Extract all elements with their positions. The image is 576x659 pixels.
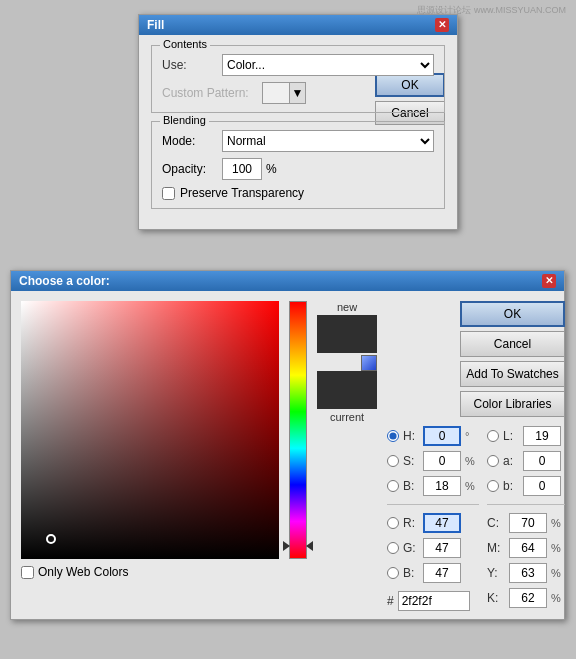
k-value-input[interactable] <box>509 588 547 608</box>
saturation-row: S: % <box>387 450 479 472</box>
color-cube-icon[interactable] <box>361 355 377 371</box>
hex-row: # <box>387 591 479 611</box>
color-ok-button[interactable]: OK <box>460 301 565 327</box>
b2-radio[interactable] <box>487 480 499 492</box>
only-web-colors-checkbox[interactable] <box>21 566 34 579</box>
color-fields: H: ° S: % B: <box>387 425 565 611</box>
hex-input[interactable] <box>398 591 470 611</box>
contents-group: Contents Use: Color... Custom Pattern: ▼ <box>151 45 445 113</box>
blending-label: Blending <box>160 114 209 126</box>
bri-field-label: B: <box>403 479 419 493</box>
l-value-input[interactable] <box>523 426 561 446</box>
pattern-dropdown-button[interactable]: ▼ <box>290 82 306 104</box>
color-close-button[interactable]: ✕ <box>542 274 556 288</box>
color-gradient-picker[interactable] <box>21 301 279 559</box>
new-label: new <box>337 301 357 313</box>
current-color-swatch <box>317 371 377 409</box>
divider-1 <box>387 504 479 505</box>
k-unit: % <box>551 592 565 604</box>
b2-field-label: b: <box>503 479 519 493</box>
red-radio[interactable] <box>387 517 399 529</box>
hue-arrow-left <box>283 541 290 551</box>
hue-radio[interactable] <box>387 430 399 442</box>
picker-circle[interactable] <box>46 534 56 544</box>
color-dialog-body: Only Web Colors new current OK Cancel <box>11 291 564 619</box>
saturation-value-input[interactable] <box>423 451 461 471</box>
l-row: L: <box>487 425 565 447</box>
hsb-fields: H: ° S: % B: <box>387 425 479 611</box>
pattern-swatch <box>262 82 290 104</box>
hue-row: H: ° <box>387 425 479 447</box>
blue-radio[interactable] <box>387 567 399 579</box>
y-value-input[interactable] <box>509 563 547 583</box>
y-unit: % <box>551 567 565 579</box>
sat-unit: % <box>465 455 479 467</box>
preserve-transparency-label: Preserve Transparency <box>180 186 304 200</box>
gradient-dark-overlay <box>21 301 279 559</box>
a-row: a: <box>487 450 565 472</box>
m-row: M: % <box>487 537 565 559</box>
red-value-input[interactable] <box>423 513 461 533</box>
m-value-input[interactable] <box>509 538 547 558</box>
b2-value-input[interactable] <box>523 476 561 496</box>
red-field-label: R: <box>403 516 419 530</box>
hue-field-label: H: <box>403 429 419 443</box>
fill-close-button[interactable]: ✕ <box>435 18 449 32</box>
add-to-swatches-button[interactable]: Add To Swatches <box>460 361 565 387</box>
m-unit: % <box>551 542 565 554</box>
l-field-label: L: <box>503 429 519 443</box>
use-select[interactable]: Color... <box>222 54 434 76</box>
l-radio[interactable] <box>487 430 499 442</box>
green-field-label: G: <box>403 541 419 555</box>
fill-dialog-title: Fill <box>147 18 164 32</box>
opacity-row: Opacity: % <box>162 158 434 180</box>
blue-row: B: <box>387 562 479 584</box>
watermark: 思源设计论坛 www.MISSYUAN.COM <box>417 4 566 17</box>
c-unit: % <box>551 517 565 529</box>
opacity-unit: % <box>266 162 277 176</box>
new-color-swatch <box>317 315 377 353</box>
c-field-label: C: <box>487 516 505 530</box>
a-value-input[interactable] <box>523 451 561 471</box>
color-dialog: Choose a color: ✕ Only Web Colors new <box>10 270 565 620</box>
sat-field-label: S: <box>403 454 419 468</box>
color-preview-section: new current <box>317 301 377 611</box>
custom-pattern-label: Custom Pattern: <box>162 86 262 100</box>
mode-select[interactable]: Normal <box>222 130 434 152</box>
hue-slider[interactable] <box>289 301 307 559</box>
preserve-transparency-row: Preserve Transparency <box>162 186 434 200</box>
green-radio[interactable] <box>387 542 399 554</box>
mode-label: Mode: <box>162 134 222 148</box>
custom-pattern-row: Custom Pattern: ▼ <box>162 82 434 104</box>
mode-row: Mode: Normal <box>162 130 434 152</box>
only-web-row: Only Web Colors <box>21 565 279 579</box>
opacity-label: Opacity: <box>162 162 222 176</box>
k-row: K: % <box>487 587 565 609</box>
brightness-radio[interactable] <box>387 480 399 492</box>
brightness-value-input[interactable] <box>423 476 461 496</box>
k-field-label: K: <box>487 591 505 605</box>
green-value-input[interactable] <box>423 538 461 558</box>
hex-label: # <box>387 594 394 608</box>
m-field-label: M: <box>487 541 505 555</box>
a-field-label: a: <box>503 454 519 468</box>
hue-slider-container <box>289 301 307 559</box>
blending-group: Blending Mode: Normal Opacity: % Preserv… <box>151 121 445 209</box>
bri-unit: % <box>465 480 479 492</box>
saturation-radio[interactable] <box>387 455 399 467</box>
brightness-row: B: % <box>387 475 479 497</box>
color-libraries-button[interactable]: Color Libraries <box>460 391 565 417</box>
fill-dialog: Fill ✕ OK Cancel Contents Use: Color... … <box>138 14 458 230</box>
divider-2 <box>487 504 565 505</box>
hue-value-input[interactable] <box>423 426 461 446</box>
color-cancel-button[interactable]: Cancel <box>460 331 565 357</box>
contents-label: Contents <box>160 38 210 50</box>
b2-row: b: <box>487 475 565 497</box>
current-label: current <box>330 411 364 423</box>
preserve-transparency-checkbox[interactable] <box>162 187 175 200</box>
lab-cmyk-fields: L: a: b: <box>487 425 565 611</box>
opacity-input[interactable] <box>222 158 262 180</box>
blue-value-input[interactable] <box>423 563 461 583</box>
a-radio[interactable] <box>487 455 499 467</box>
c-value-input[interactable] <box>509 513 547 533</box>
